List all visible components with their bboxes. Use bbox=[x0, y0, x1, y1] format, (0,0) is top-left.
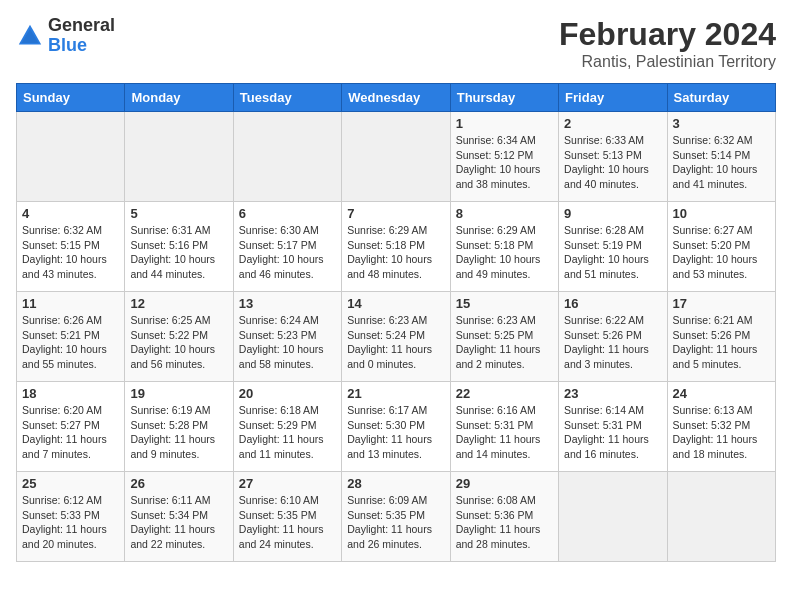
calendar-week-4: 25Sunrise: 6:12 AM Sunset: 5:33 PM Dayli… bbox=[17, 472, 776, 562]
day-number: 27 bbox=[239, 476, 336, 491]
calendar-cell: 10Sunrise: 6:27 AM Sunset: 5:20 PM Dayli… bbox=[667, 202, 775, 292]
calendar-cell: 23Sunrise: 6:14 AM Sunset: 5:31 PM Dayli… bbox=[559, 382, 667, 472]
day-number: 23 bbox=[564, 386, 661, 401]
day-number: 25 bbox=[22, 476, 119, 491]
page-subtitle: Rantis, Palestinian Territory bbox=[559, 53, 776, 71]
day-info: Sunrise: 6:29 AM Sunset: 5:18 PM Dayligh… bbox=[347, 223, 444, 282]
calendar-cell: 6Sunrise: 6:30 AM Sunset: 5:17 PM Daylig… bbox=[233, 202, 341, 292]
weekday-header-thursday: Thursday bbox=[450, 84, 558, 112]
day-info: Sunrise: 6:10 AM Sunset: 5:35 PM Dayligh… bbox=[239, 493, 336, 552]
day-number: 15 bbox=[456, 296, 553, 311]
weekday-header-sunday: Sunday bbox=[17, 84, 125, 112]
calendar-cell: 3Sunrise: 6:32 AM Sunset: 5:14 PM Daylig… bbox=[667, 112, 775, 202]
calendar-cell: 1Sunrise: 6:34 AM Sunset: 5:12 PM Daylig… bbox=[450, 112, 558, 202]
calendar-cell: 18Sunrise: 6:20 AM Sunset: 5:27 PM Dayli… bbox=[17, 382, 125, 472]
day-info: Sunrise: 6:23 AM Sunset: 5:25 PM Dayligh… bbox=[456, 313, 553, 372]
calendar-cell bbox=[667, 472, 775, 562]
day-info: Sunrise: 6:18 AM Sunset: 5:29 PM Dayligh… bbox=[239, 403, 336, 462]
calendar-cell: 8Sunrise: 6:29 AM Sunset: 5:18 PM Daylig… bbox=[450, 202, 558, 292]
calendar-cell bbox=[125, 112, 233, 202]
day-number: 19 bbox=[130, 386, 227, 401]
day-info: Sunrise: 6:27 AM Sunset: 5:20 PM Dayligh… bbox=[673, 223, 770, 282]
calendar-cell: 20Sunrise: 6:18 AM Sunset: 5:29 PM Dayli… bbox=[233, 382, 341, 472]
day-info: Sunrise: 6:19 AM Sunset: 5:28 PM Dayligh… bbox=[130, 403, 227, 462]
page-header: General Blue February 2024 Rantis, Pales… bbox=[16, 16, 776, 71]
day-number: 18 bbox=[22, 386, 119, 401]
day-number: 28 bbox=[347, 476, 444, 491]
day-info: Sunrise: 6:24 AM Sunset: 5:23 PM Dayligh… bbox=[239, 313, 336, 372]
calendar-cell: 11Sunrise: 6:26 AM Sunset: 5:21 PM Dayli… bbox=[17, 292, 125, 382]
day-info: Sunrise: 6:08 AM Sunset: 5:36 PM Dayligh… bbox=[456, 493, 553, 552]
calendar-cell: 2Sunrise: 6:33 AM Sunset: 5:13 PM Daylig… bbox=[559, 112, 667, 202]
title-area: February 2024 Rantis, Palestinian Territ… bbox=[559, 16, 776, 71]
calendar-cell: 21Sunrise: 6:17 AM Sunset: 5:30 PM Dayli… bbox=[342, 382, 450, 472]
day-info: Sunrise: 6:21 AM Sunset: 5:26 PM Dayligh… bbox=[673, 313, 770, 372]
day-number: 1 bbox=[456, 116, 553, 131]
weekday-header-wednesday: Wednesday bbox=[342, 84, 450, 112]
day-info: Sunrise: 6:16 AM Sunset: 5:31 PM Dayligh… bbox=[456, 403, 553, 462]
calendar-cell: 27Sunrise: 6:10 AM Sunset: 5:35 PM Dayli… bbox=[233, 472, 341, 562]
day-number: 24 bbox=[673, 386, 770, 401]
calendar-cell: 24Sunrise: 6:13 AM Sunset: 5:32 PM Dayli… bbox=[667, 382, 775, 472]
day-number: 9 bbox=[564, 206, 661, 221]
calendar-cell: 22Sunrise: 6:16 AM Sunset: 5:31 PM Dayli… bbox=[450, 382, 558, 472]
day-info: Sunrise: 6:29 AM Sunset: 5:18 PM Dayligh… bbox=[456, 223, 553, 282]
day-info: Sunrise: 6:34 AM Sunset: 5:12 PM Dayligh… bbox=[456, 133, 553, 192]
calendar-week-1: 4Sunrise: 6:32 AM Sunset: 5:15 PM Daylig… bbox=[17, 202, 776, 292]
logo: General Blue bbox=[16, 16, 115, 56]
day-info: Sunrise: 6:12 AM Sunset: 5:33 PM Dayligh… bbox=[22, 493, 119, 552]
day-info: Sunrise: 6:22 AM Sunset: 5:26 PM Dayligh… bbox=[564, 313, 661, 372]
logo-general-text: General bbox=[48, 15, 115, 35]
day-number: 5 bbox=[130, 206, 227, 221]
calendar-cell: 4Sunrise: 6:32 AM Sunset: 5:15 PM Daylig… bbox=[17, 202, 125, 292]
weekday-header-saturday: Saturday bbox=[667, 84, 775, 112]
calendar-cell: 5Sunrise: 6:31 AM Sunset: 5:16 PM Daylig… bbox=[125, 202, 233, 292]
day-number: 3 bbox=[673, 116, 770, 131]
calendar-cell: 28Sunrise: 6:09 AM Sunset: 5:35 PM Dayli… bbox=[342, 472, 450, 562]
day-info: Sunrise: 6:23 AM Sunset: 5:24 PM Dayligh… bbox=[347, 313, 444, 372]
calendar-cell: 15Sunrise: 6:23 AM Sunset: 5:25 PM Dayli… bbox=[450, 292, 558, 382]
weekday-header-tuesday: Tuesday bbox=[233, 84, 341, 112]
day-number: 26 bbox=[130, 476, 227, 491]
day-number: 11 bbox=[22, 296, 119, 311]
day-info: Sunrise: 6:17 AM Sunset: 5:30 PM Dayligh… bbox=[347, 403, 444, 462]
day-number: 2 bbox=[564, 116, 661, 131]
day-info: Sunrise: 6:14 AM Sunset: 5:31 PM Dayligh… bbox=[564, 403, 661, 462]
calendar-cell: 16Sunrise: 6:22 AM Sunset: 5:26 PM Dayli… bbox=[559, 292, 667, 382]
day-info: Sunrise: 6:32 AM Sunset: 5:15 PM Dayligh… bbox=[22, 223, 119, 282]
day-info: Sunrise: 6:25 AM Sunset: 5:22 PM Dayligh… bbox=[130, 313, 227, 372]
weekday-header-friday: Friday bbox=[559, 84, 667, 112]
day-number: 16 bbox=[564, 296, 661, 311]
day-number: 21 bbox=[347, 386, 444, 401]
calendar-week-2: 11Sunrise: 6:26 AM Sunset: 5:21 PM Dayli… bbox=[17, 292, 776, 382]
day-number: 13 bbox=[239, 296, 336, 311]
day-info: Sunrise: 6:30 AM Sunset: 5:17 PM Dayligh… bbox=[239, 223, 336, 282]
calendar-cell: 7Sunrise: 6:29 AM Sunset: 5:18 PM Daylig… bbox=[342, 202, 450, 292]
day-info: Sunrise: 6:11 AM Sunset: 5:34 PM Dayligh… bbox=[130, 493, 227, 552]
day-info: Sunrise: 6:26 AM Sunset: 5:21 PM Dayligh… bbox=[22, 313, 119, 372]
day-number: 20 bbox=[239, 386, 336, 401]
calendar-cell: 19Sunrise: 6:19 AM Sunset: 5:28 PM Dayli… bbox=[125, 382, 233, 472]
calendar-cell: 14Sunrise: 6:23 AM Sunset: 5:24 PM Dayli… bbox=[342, 292, 450, 382]
calendar-cell: 12Sunrise: 6:25 AM Sunset: 5:22 PM Dayli… bbox=[125, 292, 233, 382]
day-number: 6 bbox=[239, 206, 336, 221]
day-info: Sunrise: 6:20 AM Sunset: 5:27 PM Dayligh… bbox=[22, 403, 119, 462]
day-number: 29 bbox=[456, 476, 553, 491]
day-info: Sunrise: 6:09 AM Sunset: 5:35 PM Dayligh… bbox=[347, 493, 444, 552]
weekday-header-monday: Monday bbox=[125, 84, 233, 112]
calendar-cell: 17Sunrise: 6:21 AM Sunset: 5:26 PM Dayli… bbox=[667, 292, 775, 382]
page-title: February 2024 bbox=[559, 16, 776, 53]
calendar-header-row: SundayMondayTuesdayWednesdayThursdayFrid… bbox=[17, 84, 776, 112]
calendar-table: SundayMondayTuesdayWednesdayThursdayFrid… bbox=[16, 83, 776, 562]
calendar-cell bbox=[17, 112, 125, 202]
calendar-cell: 29Sunrise: 6:08 AM Sunset: 5:36 PM Dayli… bbox=[450, 472, 558, 562]
day-info: Sunrise: 6:32 AM Sunset: 5:14 PM Dayligh… bbox=[673, 133, 770, 192]
day-number: 8 bbox=[456, 206, 553, 221]
day-info: Sunrise: 6:33 AM Sunset: 5:13 PM Dayligh… bbox=[564, 133, 661, 192]
day-number: 22 bbox=[456, 386, 553, 401]
calendar-cell bbox=[233, 112, 341, 202]
day-info: Sunrise: 6:28 AM Sunset: 5:19 PM Dayligh… bbox=[564, 223, 661, 282]
calendar-cell: 26Sunrise: 6:11 AM Sunset: 5:34 PM Dayli… bbox=[125, 472, 233, 562]
day-number: 17 bbox=[673, 296, 770, 311]
day-info: Sunrise: 6:31 AM Sunset: 5:16 PM Dayligh… bbox=[130, 223, 227, 282]
